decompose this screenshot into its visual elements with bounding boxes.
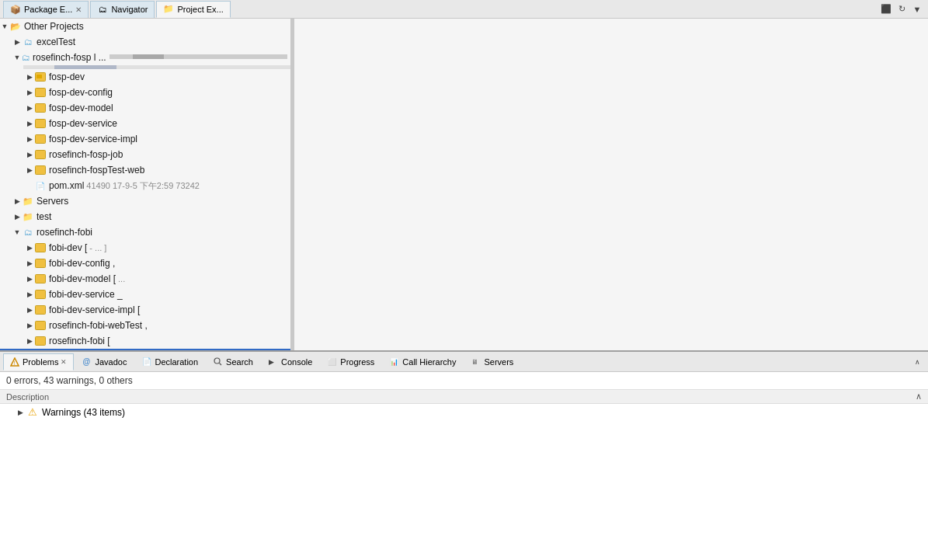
tree-item-fobi-dev-service[interactable]: ▶ fobi-dev-service _ [0,287,290,302]
fobi-dev-extra: - ... ] [89,243,106,252]
fobi-dev-model-extra: ... [118,274,125,283]
tree-item-rosefinch-fobi[interactable]: ▼ 🗂 rosefinch-fobi [0,224,290,240]
toolbar-collapse-btn[interactable]: ⬛ [878,2,894,17]
tree-item-excelTest[interactable]: ▶ 🗂 excelTest [0,34,290,50]
fosp-dev-config-arrow: ▶ [25,89,34,96]
fobi-dev-label: fobi-dev [ [49,242,87,253]
tree-item-rosefinch-fospTest-web[interactable]: ▶ rosefinch-fospTest-web [0,162,290,178]
declaration-tab-icon: 📄 [142,357,151,367]
package-explorer-icon: 📦 [10,4,21,15]
test-folder-icon: 📁 [22,210,34,223]
tree-item-rosefinch-fobi-webTest[interactable]: ▶ rosefinch-fobi-webTest , [0,318,290,333]
tab-package-explorer[interactable]: 📦 Package E... ✕ [3,1,89,18]
bottom-panel-up-btn[interactable]: ∧ [909,354,925,370]
content-area: ▼ 📂 Other Projects ▶ 🗂 excelTest [0,19,928,350]
toolbar-menu-btn[interactable]: ▼ [909,2,925,17]
fosp-dev-service-arrow: ▶ [25,120,34,127]
svg-rect-7 [36,166,46,175]
rosefinch-fobi-icon: 🗂 [22,226,34,238]
root-folder-icon: 📂 [9,20,22,33]
problems-empty-area [0,420,928,560]
test-arrow: ▶ [12,213,22,221]
main-container: 📦 Package E... ✕ 🗂 Navigator 📁 Project E… [0,0,928,560]
svg-rect-6 [36,151,46,159]
tree-item-fobi-dev-config[interactable]: ▶ fobi-dev-config , [0,256,290,271]
tree-item-fobi-dev-service-impl[interactable]: ▶ fobi-dev-service-impl [ [0,302,290,318]
tree-root-other-projects[interactable]: ▼ 📂 Other Projects [0,19,290,34]
toolbar-refresh-btn[interactable]: ↻ [894,2,909,17]
problems-summary: 0 errors, 43 warnings, 0 others [0,372,928,390]
svg-rect-11 [36,290,46,299]
rosefinch-fosp-job-label: rosefinch-fosp-job [49,149,123,160]
svg-rect-9 [36,259,46,268]
tab-package-explorer-close[interactable]: ✕ [75,5,82,14]
rosefinch-fosp-job-arrow: ▶ [25,151,34,158]
tree-item-test[interactable]: ▶ 📁 test [0,209,290,224]
tab-console-label: Console [281,357,312,367]
problems-warnings-row[interactable]: ▶ ⚠ Warnings (43 items) [0,404,928,420]
svg-point-22 [214,358,220,363]
svg-rect-8 [36,244,46,252]
tree-item-fosp-dev-service-impl[interactable]: ▶ fosp-dev-service-impl [0,131,290,147]
tree-item-rosefinch-fosp-job[interactable]: ▶ rosefinch-fosp-job [0,147,290,162]
fobi-dev-service-icon2 [34,288,47,301]
tab-javadoc[interactable]: @ Javadoc [75,353,134,370]
tree-item-fosp-dev-config[interactable]: ▶ fosp-dev-config [0,85,290,100]
scroll-indicator-bar [23,65,290,69]
tree-section: ▼ 📂 Other Projects ▶ 🗂 excelTest [0,19,290,350]
warnings-label: Warnings (43 items) [42,407,125,418]
tab-progress[interactable]: ⬜ Progress [321,353,381,370]
problems-tab-close[interactable]: ✕ [61,358,67,366]
rosefinch-fosp-job-icon [34,148,47,161]
fosp-dev-config-label: fosp-dev-config [49,87,113,98]
svg-rect-2 [36,89,46,97]
rosefinch-fobi-webTest-icon [34,319,47,332]
tree-item-fobi-dev-model[interactable]: ▶ fobi-dev-model [ ... [0,271,290,287]
tab-javadoc-label: Javadoc [95,357,127,367]
tab-console[interactable]: ▶ Console [262,353,319,370]
tree-item-pom-xml[interactable]: ▶ 📄 pom.xml 41490 17-9-5 下午2:59 73242 [0,178,290,193]
fosp-dev-config-icon [34,86,47,99]
collapse-btn[interactable]: ∧ [916,391,922,402]
tree-item-fosp-dev[interactable]: ▶ fosp-dev [0,69,290,85]
fosp-dev-service-icon [34,117,47,130]
left-panel: ▼ 📂 Other Projects ▶ 🗂 excelTest [0,19,291,350]
project-tree[interactable]: ▼ 📂 Other Projects ▶ 🗂 excelTest [0,19,290,350]
svg-rect-1 [36,75,42,78]
tab-servers[interactable]: 🖥 Servers [464,353,520,370]
tree-item-servers[interactable]: ▶ 📁 Servers [0,193,290,209]
tree-item-fosp-dev-model[interactable]: ▶ fosp-dev-model [0,100,290,116]
tab-project-explorer[interactable]: 📁 Project Ex... [156,1,230,18]
tree-item-rosefinch-fosp-root[interactable]: ▼ 🗂 rosefinch-fosp l ... [0,50,290,65]
bottom-content: 0 errors, 43 warnings, 0 others Descript… [0,372,928,560]
tree-item-fosp-dev-service[interactable]: ▶ fosp-dev-service [0,116,290,131]
svg-rect-5 [36,135,46,144]
javadoc-tab-icon: @ [82,357,92,367]
warnings-expand-arrow[interactable]: ▶ [16,409,25,416]
progress-tab-icon: ⬜ [328,357,337,367]
fobi-dev-service-impl-icon2 [34,304,47,316]
servers-folder-icon: 📁 [22,195,34,207]
svg-rect-4 [36,120,46,128]
rosefinch-fospTest-web-icon [34,164,47,176]
tree-item-rosefinch-fobi-bracket[interactable]: ▶ rosefinch-fobi [ [0,333,290,349]
tab-progress-label: Progress [340,357,374,367]
tab-problems[interactable]: ! Problems ✕ [3,353,74,370]
svg-text:!: ! [14,360,16,366]
tree-item-fobi-dev[interactable]: ▶ fobi-dev [ - ... ] [0,240,290,256]
pom-xml-extra: 41490 17-9-5 下午2:59 73242 [86,180,200,192]
tab-declaration[interactable]: 📄 Declaration [135,353,205,370]
tab-call-hierarchy-label: Call Hierarchy [402,357,456,367]
rosefinch-fobi-arrow: ▼ [12,228,22,236]
tree-item-rosefinch-fosp-main[interactable]: ▼ 🗂 rosefinch-fosp [0,349,290,350]
bottom-area: ! Problems ✕ @ Javadoc 📄 Declaration Sea… [0,350,928,560]
svg-rect-12 [36,306,46,315]
excelTest-label: excelTest [36,37,75,47]
excelTest-icon: 🗂 [22,36,34,48]
rosefinch-fospTest-web-label: rosefinch-fospTest-web [49,165,144,176]
fobi-dev-service-arrow2: ▶ [25,290,34,298]
top-tab-bar: 📦 Package E... ✕ 🗂 Navigator 📁 Project E… [0,0,928,19]
tab-search[interactable]: Search [207,353,260,370]
tab-navigator[interactable]: 🗂 Navigator [90,1,155,18]
tab-call-hierarchy[interactable]: 📊 Call Hierarchy [383,353,463,370]
